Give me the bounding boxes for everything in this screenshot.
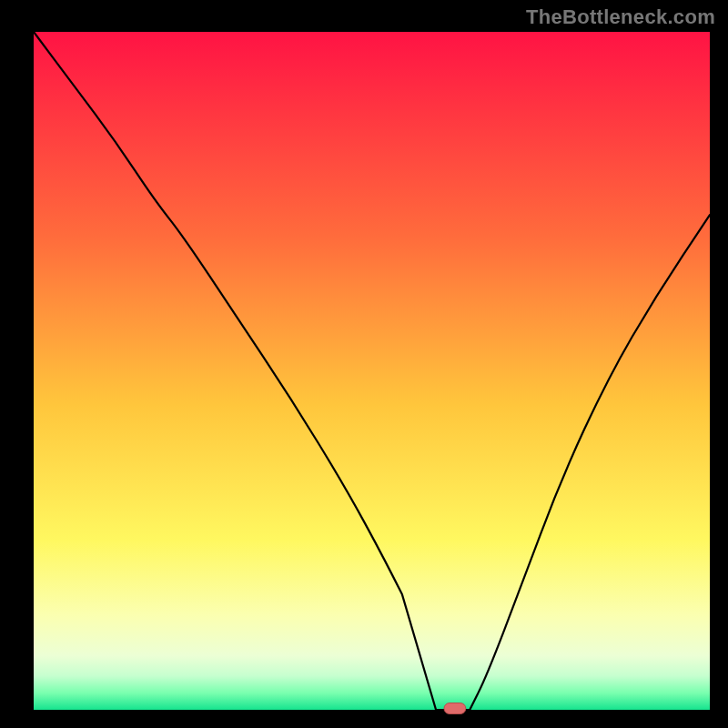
- optimum-marker: [444, 703, 466, 714]
- chart-stage: TheBottleneck.com: [0, 0, 728, 728]
- plot-area: [34, 32, 710, 710]
- source-watermark: TheBottleneck.com: [526, 5, 715, 29]
- bottleneck-chart: [0, 0, 728, 728]
